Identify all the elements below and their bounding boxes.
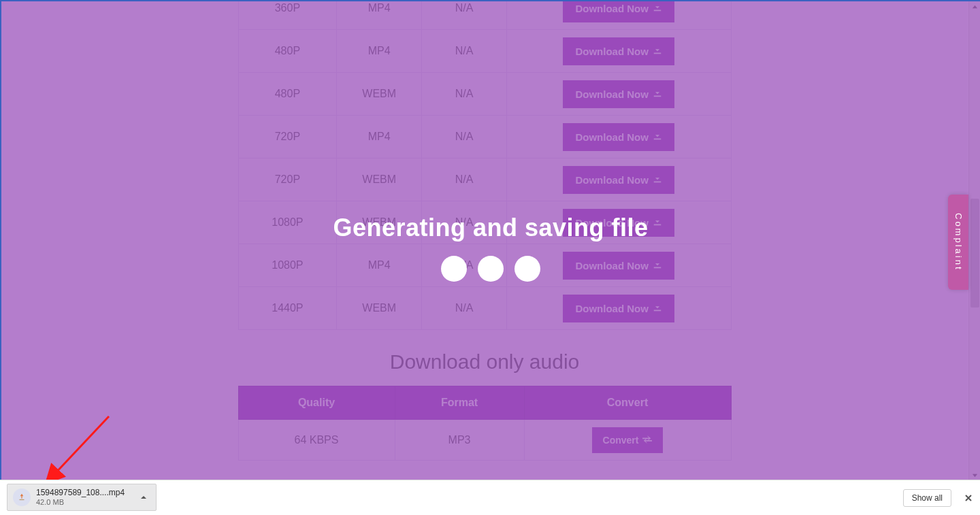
download-file-size: 42.0 MB bbox=[36, 498, 131, 507]
download-chip-menu-chevron-icon[interactable] bbox=[137, 493, 150, 501]
loading-dots-icon bbox=[441, 256, 540, 282]
show-all-downloads-button[interactable]: Show all bbox=[903, 489, 951, 507]
file-icon bbox=[13, 488, 31, 506]
loading-message: Generating and saving file bbox=[333, 214, 648, 242]
download-shelf: 1594897589_108....mp4 42.0 MB Show all bbox=[0, 480, 980, 515]
download-chip[interactable]: 1594897589_108....mp4 42.0 MB bbox=[7, 484, 157, 511]
svg-rect-1 bbox=[20, 499, 24, 500]
close-shelf-icon[interactable] bbox=[964, 493, 973, 503]
complaint-tab[interactable]: Complaint bbox=[948, 195, 968, 290]
loading-overlay: Generating and saving file bbox=[1, 1, 980, 480]
download-file-name: 1594897589_108....mp4 bbox=[36, 488, 131, 497]
